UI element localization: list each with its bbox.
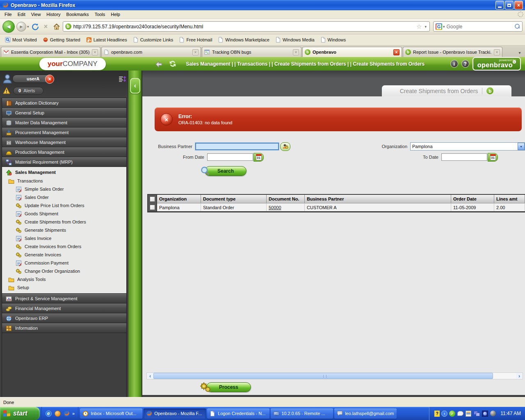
sidebar-item-warehouse-management[interactable]: Warehouse Management bbox=[2, 137, 126, 147]
bookmark-latest-headlines[interactable]: Latest Headlines bbox=[84, 36, 130, 44]
business-partner-input[interactable] bbox=[195, 143, 279, 150]
help-icon[interactable]: ? bbox=[461, 60, 469, 68]
from-date-calendar-icon[interactable]: 31 bbox=[253, 153, 264, 162]
bookmark-windows[interactable]: Windows bbox=[318, 36, 349, 44]
taskbar-button-remote-desktop[interactable]: 10.2.0.65 - Remote ... bbox=[271, 409, 333, 419]
sidebar-item-application-dictionary[interactable]: Application Dictionary bbox=[2, 98, 126, 108]
organization-select[interactable]: Pamplona ▾ bbox=[410, 142, 525, 151]
history-dropdown-icon[interactable]: ▾ bbox=[27, 25, 29, 29]
minimize-button[interactable] bbox=[495, 1, 504, 9]
search-engine-dropdown-icon[interactable]: ▾ bbox=[443, 25, 445, 29]
tab-tracking-obn-bugs[interactable]: Tracking OBN bugs × bbox=[202, 47, 301, 57]
sidebar-item-generate-shipments[interactable]: Generate Shipments bbox=[2, 226, 126, 234]
to-date-calendar-icon[interactable]: 31 bbox=[488, 153, 498, 162]
quick-launch-more-icon[interactable]: » bbox=[72, 411, 75, 416]
sidebar-item-create-shipments-from-orders[interactable]: Create Shipments from Orders bbox=[2, 218, 126, 226]
combo-arrow-icon[interactable]: ▾ bbox=[518, 143, 525, 150]
menu-file[interactable]: File bbox=[2, 11, 15, 18]
select-all-checkbox[interactable] bbox=[148, 195, 157, 203]
tab-close-icon[interactable]: × bbox=[393, 49, 399, 55]
sidebar-item-transactions[interactable]: Transactions bbox=[2, 177, 126, 185]
to-date-input[interactable] bbox=[441, 153, 487, 161]
sidebar-item-master-data-management[interactable]: Master Data Management bbox=[2, 118, 126, 128]
sidebar-item-procurement-management[interactable]: Procurement Management bbox=[2, 128, 126, 137]
bookmark-getting-started[interactable]: Getting Started bbox=[40, 36, 83, 44]
close-button[interactable]: × bbox=[514, 1, 523, 9]
status-check-icon[interactable]: ✓ bbox=[449, 411, 455, 417]
taskbar-button-openbravo-firefox[interactable]: Openbravo - Mozilla F... bbox=[144, 409, 206, 419]
menu-history[interactable]: History bbox=[43, 11, 63, 18]
tab-report-issue[interactable]: b Report Issue - Openbravo Issue Tracki.… bbox=[403, 47, 502, 57]
search-box[interactable]: G ▾ bbox=[433, 21, 523, 32]
sidebar-item-commission-payment[interactable]: Commission Payment bbox=[2, 259, 126, 267]
process-button[interactable]: Process bbox=[206, 382, 251, 392]
url-bar[interactable]: b http://79.125.57.19/openbravo240oracle… bbox=[63, 21, 430, 32]
messenger-bubble-icon[interactable] bbox=[457, 410, 463, 417]
start-button[interactable]: start bbox=[0, 407, 40, 420]
search-button[interactable]: Search bbox=[205, 166, 247, 176]
sidebar-item-update-price-list-from-orders[interactable]: Update Price List from Orders bbox=[2, 201, 126, 210]
reload-button[interactable] bbox=[31, 22, 40, 31]
menu-help[interactable]: Help bbox=[108, 11, 123, 18]
sidebar-item-create-invoices-from-orders[interactable]: Create Invoices from Orders bbox=[2, 242, 126, 251]
sidebar-item-sales-invoice[interactable]: Sales Invoice bbox=[2, 234, 126, 242]
sidebar-item-setup[interactable]: Setup bbox=[2, 283, 126, 292]
help-tray-icon[interactable]: ? bbox=[434, 411, 440, 417]
window-tab[interactable]: Create Shipments from Orders b bbox=[382, 85, 511, 96]
col-document-type[interactable]: Document type bbox=[201, 195, 267, 203]
menu-tools[interactable]: Tools bbox=[92, 11, 108, 18]
col-order-date[interactable]: Order Date bbox=[451, 195, 494, 203]
menu-bookmarks[interactable]: Bookmarks bbox=[64, 11, 92, 18]
tab-openbravo-com[interactable]: openbravo.com × bbox=[101, 47, 201, 57]
app-refresh-icon[interactable] bbox=[168, 60, 177, 68]
sidebar-item-sales-management[interactable]: Sales Management bbox=[2, 168, 126, 177]
sidebar-item-change-order-organization[interactable]: Change Order Organization bbox=[2, 267, 126, 275]
taskbar-button-gmail-chat[interactable]: leo.lathspell@gmail.com bbox=[334, 409, 397, 419]
info-icon[interactable]: i bbox=[450, 60, 458, 68]
document-tray-icon[interactable] bbox=[465, 410, 472, 417]
sidebar-item-production-management[interactable]: Production Management bbox=[2, 147, 126, 157]
app-back-icon[interactable] bbox=[154, 60, 163, 68]
scrollbar-thumb[interactable] bbox=[153, 373, 493, 379]
scroll-left-icon[interactable]: ‹ bbox=[147, 373, 153, 379]
col-lines-amt[interactable]: Lines amt bbox=[494, 195, 525, 203]
col-business-partner[interactable]: Business Partner bbox=[305, 195, 451, 203]
menu-edit[interactable]: Edit bbox=[15, 11, 28, 18]
horizontal-scrollbar[interactable]: ‹ › bbox=[146, 372, 523, 379]
outlook-icon[interactable] bbox=[54, 410, 61, 417]
sidebar-item-analysis-tools[interactable]: Analysis Tools bbox=[2, 275, 126, 283]
sidebar-item-generate-invoices[interactable]: Generate Invoices bbox=[2, 251, 126, 259]
sidebar-item-sales-order[interactable]: Sales Order bbox=[2, 193, 126, 201]
bookmark-windows-media[interactable]: Windows Media bbox=[273, 36, 317, 44]
network-monitors-icon[interactable] bbox=[473, 410, 480, 417]
bookmark-windows-marketplace[interactable]: Windows Marketplace bbox=[215, 36, 272, 44]
logout-close-icon[interactable]: × bbox=[45, 75, 54, 84]
sidebar-item-goods-shipment[interactable]: Goods Shipment bbox=[2, 210, 126, 218]
from-date-input[interactable] bbox=[207, 153, 253, 161]
firefox-icon[interactable] bbox=[63, 410, 70, 417]
stop-button[interactable]: × bbox=[41, 22, 50, 31]
search-magnifier-icon[interactable] bbox=[515, 24, 520, 29]
menu-view[interactable]: View bbox=[28, 11, 44, 18]
internet-explorer-icon[interactable]: e bbox=[45, 410, 52, 417]
sidebar-item-information[interactable]: Information bbox=[2, 323, 126, 333]
tab-essentia-mail[interactable]: Essentia Corporation Mail - Inbox (305).… bbox=[1, 47, 100, 57]
sidebar-item-financial-management[interactable]: Financial Management bbox=[2, 304, 126, 313]
back-button[interactable]: ◄ bbox=[2, 21, 15, 33]
tab-close-icon[interactable]: × bbox=[92, 49, 98, 55]
forward-button[interactable]: ► bbox=[16, 22, 26, 32]
list-all-tabs-icon[interactable]: ▾ bbox=[515, 48, 524, 57]
sidebar-collapse-icon[interactable]: ‹ bbox=[130, 78, 140, 94]
restore-button[interactable] bbox=[505, 1, 514, 9]
tab-openbravo-active[interactable]: b Openbravo × bbox=[302, 47, 402, 57]
search-input[interactable] bbox=[447, 24, 513, 30]
sidebar-item-simple-sales-order[interactable]: Simple Sales Order bbox=[2, 185, 126, 193]
sidebar-item-openbravo-erp[interactable]: Openbravo ERP bbox=[2, 313, 126, 323]
scroll-right-icon[interactable]: › bbox=[516, 373, 523, 379]
tab-close-icon[interactable]: × bbox=[192, 49, 199, 55]
col-organization[interactable]: Organization bbox=[157, 195, 201, 203]
bookmark-most-visited[interactable]: Most Visited bbox=[2, 36, 39, 44]
tab-close-icon[interactable]: × bbox=[293, 49, 299, 55]
col-document-no[interactable]: Document No. bbox=[267, 195, 305, 203]
table-row[interactable]: Pamplona Standard Order 50000 CUSTOMER A… bbox=[148, 203, 525, 211]
